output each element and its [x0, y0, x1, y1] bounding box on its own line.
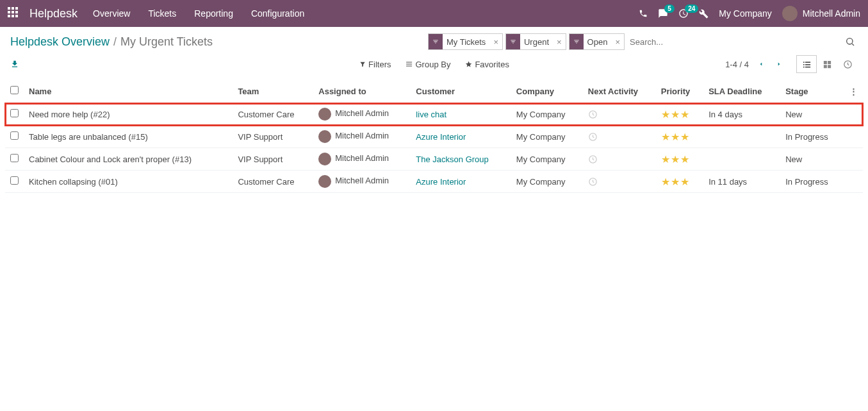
filter-row: Filters Group By Favorites — [359, 60, 509, 69]
cell-priority[interactable]: ★★★ — [656, 148, 703, 171]
cell-activity[interactable] — [583, 103, 656, 126]
table-row[interactable]: Need more help (#22) Customer Care Mitch… — [5, 103, 863, 126]
cell-customer[interactable]: The Jackson Group — [411, 148, 511, 171]
chat-badge: 5 — [664, 4, 675, 13]
row-checkbox[interactable] — [10, 131, 19, 140]
col-name[interactable]: Name — [24, 80, 233, 103]
col-stage[interactable]: Stage — [780, 80, 844, 103]
nav-overview[interactable]: Overview — [93, 8, 130, 19]
chat-icon[interactable]: 5 — [658, 8, 668, 19]
star-icon: ★ — [671, 153, 680, 165]
avatar — [782, 6, 798, 21]
control-bar: Helpdesk Overview / My Urgent Tickets My… — [0, 27, 868, 50]
star-icon: ★ — [680, 153, 689, 165]
tickets-table: Name Team Assigned to Customer Company N… — [5, 80, 863, 193]
col-assigned[interactable]: Assigned to — [313, 80, 411, 103]
cell-customer[interactable]: Azure Interior — [411, 171, 511, 193]
cell-activity[interactable] — [583, 171, 656, 193]
col-sla[interactable]: SLA Deadline — [703, 80, 780, 103]
star-icon: ★ — [671, 131, 680, 143]
col-team[interactable]: Team — [233, 80, 313, 103]
star-icon: ★ — [661, 153, 670, 165]
col-options-icon[interactable]: ⋮ — [844, 80, 863, 103]
nav-reporting[interactable]: Reporting — [194, 8, 233, 19]
search-input[interactable] — [625, 35, 842, 49]
col-company[interactable]: Company — [511, 80, 583, 103]
export-button[interactable] — [10, 60, 19, 69]
breadcrumb-root[interactable]: Helpdesk Overview — [10, 35, 110, 49]
facet-urgent[interactable]: Urgent × — [505, 33, 566, 50]
select-all-checkbox[interactable] — [10, 86, 19, 94]
user-menu[interactable]: Mitchell Admin — [782, 6, 860, 21]
apps-icon[interactable] — [8, 7, 20, 20]
col-priority[interactable]: Priority — [656, 80, 703, 103]
top-nav: Helpdesk Overview Tickets Reporting Conf… — [0, 0, 868, 27]
star-icon: ★ — [680, 131, 689, 143]
clock-icon — [588, 132, 651, 142]
filters-button[interactable]: Filters — [359, 60, 391, 69]
cell-stage: New — [780, 148, 844, 171]
kanban-view-button[interactable] — [817, 55, 837, 73]
company-switcher[interactable]: My Company — [719, 8, 771, 19]
table-wrap: Name Team Assigned to Customer Company N… — [0, 80, 868, 193]
phone-icon[interactable] — [639, 9, 648, 18]
tools-icon[interactable] — [699, 9, 708, 19]
cell-priority[interactable]: ★★★ — [656, 171, 703, 193]
clock-icon — [588, 177, 651, 187]
star-icon: ★ — [671, 176, 680, 188]
cell-assigned: Mitchell Admin — [313, 171, 411, 193]
activity-icon[interactable]: 24 — [678, 8, 689, 19]
cell-customer[interactable]: Azure Interior — [411, 126, 511, 148]
pager-prev[interactable] — [755, 57, 767, 71]
star-icon: ★ — [661, 176, 670, 188]
cell-team: VIP Support — [233, 148, 313, 171]
avatar — [318, 108, 331, 121]
cell-activity[interactable] — [583, 126, 656, 148]
view-switcher — [796, 55, 858, 73]
table-row[interactable]: Table legs are unbalanced (#15) VIP Supp… — [5, 126, 863, 148]
cell-name: Table legs are unbalanced (#15) — [24, 126, 233, 148]
breadcrumb-sep: / — [113, 35, 117, 49]
cell-company: My Company — [511, 126, 583, 148]
cell-team: Customer Care — [233, 171, 313, 193]
row-checkbox[interactable] — [10, 109, 19, 117]
facet-remove[interactable]: × — [553, 37, 566, 47]
col-customer[interactable]: Customer — [411, 80, 511, 103]
cell-assigned: Mitchell Admin — [313, 148, 411, 171]
list-view-button[interactable] — [796, 55, 817, 73]
clock-icon — [588, 110, 651, 119]
cell-company: My Company — [511, 103, 583, 126]
cell-priority[interactable]: ★★★ — [656, 103, 703, 126]
avatar — [318, 130, 331, 143]
brand-title[interactable]: Helpdesk — [29, 7, 78, 21]
cell-stage: New — [780, 103, 844, 126]
cell-priority[interactable]: ★★★ — [656, 126, 703, 148]
cell-activity[interactable] — [583, 148, 656, 171]
cell-sla — [703, 126, 780, 148]
table-row[interactable]: Cabinet Colour and Lock aren't proper (#… — [5, 148, 863, 171]
user-name: Mitchell Admin — [803, 8, 860, 19]
nav-tickets[interactable]: Tickets — [148, 8, 176, 19]
search-wrap: My Tickets × Urgent × Open × — [428, 33, 858, 50]
activity-view-button[interactable] — [837, 55, 858, 73]
row-checkbox[interactable] — [10, 154, 19, 162]
avatar — [318, 153, 331, 165]
groupby-button[interactable]: Group By — [405, 60, 451, 69]
col-activity[interactable]: Next Activity — [583, 80, 656, 103]
facet-my-tickets[interactable]: My Tickets × — [428, 33, 503, 50]
row-checkbox[interactable] — [10, 176, 19, 185]
facet-open[interactable]: Open × — [569, 33, 625, 50]
cell-assigned: Mitchell Admin — [313, 126, 411, 148]
favorites-button[interactable]: Favorites — [464, 60, 509, 69]
nav-configuration[interactable]: Configuration — [251, 8, 304, 19]
pager-next[interactable] — [773, 57, 785, 71]
facet-remove[interactable]: × — [611, 37, 624, 47]
facet-remove[interactable]: × — [489, 37, 502, 47]
search-icon[interactable] — [842, 34, 858, 49]
star-icon: ★ — [661, 108, 670, 121]
search-facets: My Tickets × Urgent × Open × — [428, 33, 625, 50]
breadcrumb: Helpdesk Overview / My Urgent Tickets — [10, 35, 213, 49]
avatar — [318, 175, 331, 188]
table-row[interactable]: Kitchen collapsing (#01) Customer Care M… — [5, 171, 863, 193]
cell-customer[interactable]: live chat — [411, 103, 511, 126]
